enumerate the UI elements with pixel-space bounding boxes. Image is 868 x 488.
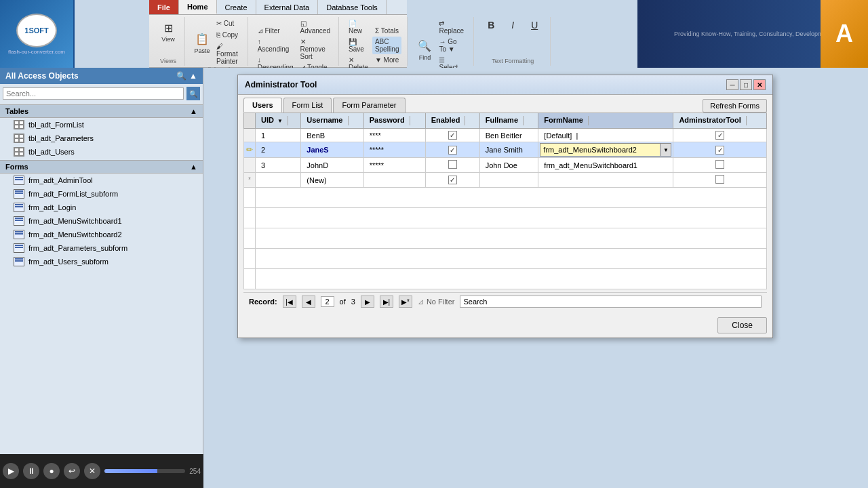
col-header-fullname[interactable]: Fullname	[479, 113, 538, 129]
italic-button[interactable]: I	[502, 18, 523, 32]
save-button[interactable]: 💾 Save	[346, 37, 371, 54]
dialog-close-button[interactable]: ✕	[753, 79, 766, 90]
sidebar-item-frm-params-subform[interactable]: frm_adt_Parameters_subform	[0, 241, 203, 255]
col-header-password[interactable]: Password	[363, 113, 425, 129]
advanced-button[interactable]: ◱ Advanced	[298, 18, 333, 36]
sidebar-item-tbl-parameters[interactable]: tbl_adt_Parameters	[0, 131, 203, 145]
cell-admin-1[interactable]	[673, 129, 767, 142]
sidebar-search-button[interactable]: 🔍	[186, 87, 200, 100]
navigation-search-input[interactable]	[460, 296, 762, 308]
cell-username-2[interactable]: JaneS	[301, 142, 363, 158]
sidebar-chevron-icon[interactable]: ▲	[189, 71, 197, 81]
tab-form-parameter[interactable]: Form Parameter	[333, 98, 405, 113]
cell-formname-new[interactable]	[538, 173, 673, 188]
play-button[interactable]: ▶	[3, 463, 19, 479]
cell-admin-3[interactable]	[673, 158, 767, 173]
col-header-formname[interactable]: FormName	[538, 113, 673, 129]
sidebar-section-forms-header[interactable]: Forms ▲	[0, 160, 203, 174]
sidebar-item-frm-menu1[interactable]: frm_adt_MenuSwitchboard1	[0, 214, 203, 228]
view-button[interactable]: ⊞ View	[157, 18, 179, 44]
paste-button[interactable]: 📋 Paste	[192, 30, 212, 56]
ribbon-tab-home[interactable]: Home	[179, 0, 217, 14]
admin-checkbox-3[interactable]	[715, 160, 724, 169]
sidebar-item-frm-users-subform[interactable]: frm_adt_Users_subform	[0, 255, 203, 268]
filter-button[interactable]: ⊿ Filter	[255, 26, 296, 36]
col-header-username[interactable]: Username	[301, 113, 363, 129]
ribbon-group-sort-filter: ⊿ Filter ↑ Ascending ↓ Descending ◱ Adva…	[250, 17, 339, 66]
bold-button[interactable]: B	[481, 18, 501, 32]
rewind-button[interactable]: ↩	[64, 463, 80, 479]
dialog-minimize-button[interactable]: ─	[726, 79, 738, 90]
remove-sort-button[interactable]: ✕ Remove Sort	[298, 37, 333, 62]
sidebar-search-input[interactable]	[3, 87, 184, 100]
cell-enabled-1[interactable]	[425, 129, 479, 142]
stop-button[interactable]: ●	[43, 463, 60, 479]
cut-button[interactable]: ✂ Cut	[214, 18, 242, 28]
cell-formname-2[interactable]: frm_adt_MenuSwitchboard2 ▼	[538, 142, 673, 158]
tab-form-list[interactable]: Form List	[283, 98, 332, 113]
col-header-enabled[interactable]: Enabled	[425, 113, 479, 129]
enabled-checkbox-new[interactable]	[448, 176, 457, 184]
nav-first-button[interactable]: |◀	[283, 296, 296, 308]
cell-formname-3[interactable]: frm_adt_MenuSwitchboard1	[538, 158, 673, 173]
ribbon-content: ⊞ View Views 📋 Paste ✂ Cut ⎘ Copy 🖌 Form…	[149, 15, 407, 68]
cell-enabled-new[interactable]	[425, 173, 479, 188]
cell-enabled-2[interactable]	[425, 142, 479, 158]
ribbon-tab-create[interactable]: Create	[217, 0, 256, 14]
sidebar-search-icon[interactable]: 🔍	[176, 71, 186, 81]
close-bottom-button[interactable]: ✕	[84, 463, 100, 479]
replace-button[interactable]: ⇄ Replace	[436, 18, 468, 36]
table-icon	[14, 147, 24, 157]
tab-users[interactable]: Users	[243, 98, 282, 113]
dialog-maximize-button[interactable]: □	[740, 79, 752, 90]
ribbon-group-clipboard: 📋 Paste ✂ Cut ⎘ Copy 🖌 Format Painter Cl…	[186, 17, 248, 66]
nav-new-button[interactable]: ▶*	[399, 296, 412, 308]
goto-button[interactable]: → Go To ▼	[436, 37, 468, 54]
pause-button[interactable]: ⏸	[23, 463, 39, 479]
spelling-button[interactable]: ABC Spelling	[372, 37, 402, 54]
ribbon-tab-file[interactable]: File	[149, 0, 179, 14]
cell-enabled-3[interactable]	[425, 158, 479, 173]
underline-button[interactable]: U	[524, 18, 545, 32]
cell-admin-2[interactable]	[673, 142, 767, 158]
sidebar-item-tbl-users[interactable]: tbl_adt_Users	[0, 145, 203, 159]
nav-last-button[interactable]: ▶|	[380, 296, 393, 308]
totals-button[interactable]: Σ Totals	[372, 26, 402, 36]
close-button[interactable]: Close	[717, 317, 767, 333]
admin-checkbox-1[interactable]	[715, 131, 724, 140]
format-painter-button[interactable]: 🖌 Format Painter	[214, 41, 242, 66]
nav-prev-button[interactable]: ◀	[302, 296, 315, 308]
ascending-button[interactable]: ↑ Ascending	[255, 37, 296, 54]
sidebar-section-tables-header[interactable]: Tables ▲	[0, 104, 203, 118]
formname-dropdown[interactable]: frm_adt_MenuSwitchboard2 ▼	[540, 143, 671, 157]
copy-button[interactable]: ⎘ Copy	[214, 30, 242, 40]
sidebar-item-tbl-formlist[interactable]: tbl_adt_FormList	[0, 118, 203, 131]
sidebar-item-frm-formlist-subform[interactable]: frm_adt_FormList_subform	[0, 187, 203, 201]
cell-username-3[interactable]: JohnD	[301, 158, 363, 173]
sidebar-item-frm-admintool[interactable]: frm_adt_AdminTool	[0, 174, 203, 187]
refresh-forms-button[interactable]: Refresh Forms	[703, 99, 767, 113]
cell-username-new[interactable]: (New)	[301, 173, 363, 188]
enabled-checkbox-1[interactable]	[448, 131, 457, 140]
col-header-adminstratortool[interactable]: AdminstratorTool	[673, 113, 767, 129]
col-header-uid[interactable]: UID ▼	[256, 113, 301, 129]
find-button[interactable]: 🔍 Find	[414, 37, 435, 62]
admin-checkbox-new[interactable]	[715, 175, 724, 184]
more-button[interactable]: ▼ More	[372, 55, 402, 65]
dialog-titlebar: Administrator Tool ─ □ ✕	[238, 75, 772, 95]
ribbon-tab-external-data[interactable]: External Data	[256, 0, 319, 14]
cell-username-1[interactable]: BenB	[301, 129, 363, 142]
form-icon	[14, 243, 24, 253]
current-record-display[interactable]: 2	[321, 296, 334, 307]
sidebar-item-frm-menu2[interactable]: frm_adt_MenuSwitchboard2	[0, 228, 203, 241]
cell-admin-new[interactable]	[673, 173, 767, 188]
ribbon-tab-database-tools[interactable]: Database Tools	[318, 0, 387, 14]
sidebar-item-frm-login[interactable]: frm_adt_Login	[0, 201, 203, 214]
enabled-checkbox-2[interactable]	[448, 146, 457, 155]
admin-checkbox-2[interactable]	[715, 146, 724, 155]
enabled-checkbox-3[interactable]	[448, 160, 457, 169]
cell-formname-1[interactable]: [Default] |	[538, 129, 673, 142]
nav-next-button[interactable]: ▶	[361, 296, 374, 308]
formname-dropdown-button[interactable]: ▼	[660, 144, 671, 156]
new-record-button[interactable]: 📄 New	[346, 18, 371, 36]
